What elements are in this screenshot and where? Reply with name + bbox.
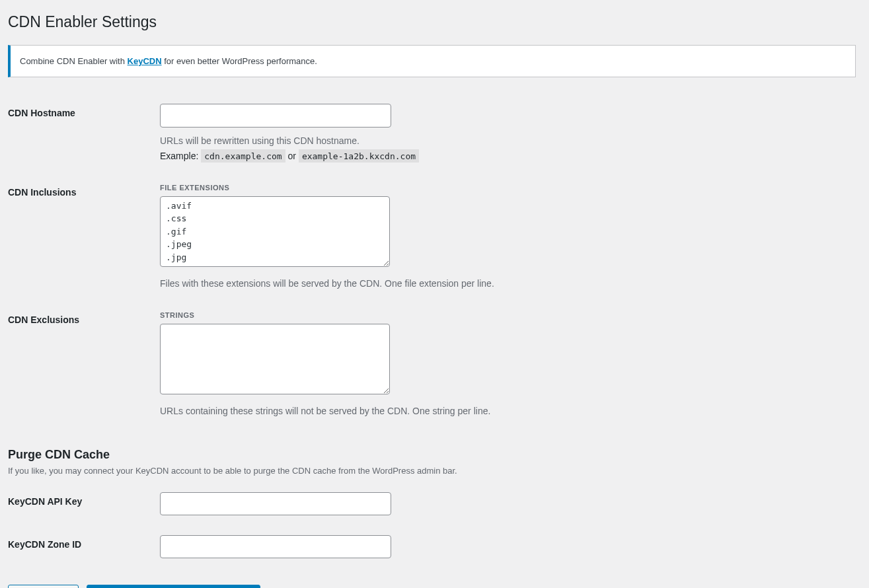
- inclusions-desc: Files with these extensions will be serv…: [160, 277, 849, 291]
- purge-description: If you like, you may connect your KeyCDN…: [8, 466, 856, 476]
- label-cdn-exclusions: CDN Exclusions: [8, 301, 153, 428]
- exclusions-desc: URLs containing these strings will not b…: [160, 404, 849, 418]
- page-title: CDN Enabler Settings: [8, 7, 856, 35]
- save-validate-button[interactable]: Save Changes and Validate Configuration: [87, 585, 260, 588]
- hostname-example-prefix: Example:: [160, 151, 201, 161]
- label-zone-id: KeyCDN Zone ID: [8, 525, 153, 568]
- purge-heading: Purge CDN Cache: [8, 448, 856, 462]
- hostname-example-code2: example-1a2b.kxcdn.com: [299, 149, 419, 163]
- keycdn-link[interactable]: KeyCDN: [128, 56, 162, 66]
- inclusions-subheading: FILE EXTENSIONS: [160, 183, 849, 192]
- label-cdn-hostname: CDN Hostname: [8, 94, 153, 172]
- row-cdn-inclusions: CDN Inclusions FILE EXTENSIONS .avif .cs…: [8, 173, 856, 301]
- row-cdn-exclusions: CDN Exclusions STRINGS URLs containing t…: [8, 301, 856, 428]
- hostname-example-code1: cdn.example.com: [201, 149, 285, 163]
- file-extensions-textarea[interactable]: .avif .css .gif .jpeg .jpg: [160, 196, 390, 268]
- exclusions-textarea[interactable]: [160, 324, 390, 395]
- row-zone-id: KeyCDN Zone ID: [8, 525, 856, 568]
- cdn-hostname-input[interactable]: [160, 104, 391, 127]
- row-cdn-hostname: CDN Hostname URLs will be rewritten usin…: [8, 94, 856, 172]
- settings-table-main: CDN Hostname URLs will be rewritten usin…: [8, 94, 856, 427]
- info-notice: Combine CDN Enabler with KeyCDN for even…: [8, 45, 856, 78]
- row-api-key: KeyCDN API Key: [8, 482, 856, 525]
- submit-row: Save Changes Save Changes and Validate C…: [8, 585, 856, 588]
- api-key-input[interactable]: [160, 492, 391, 515]
- save-button[interactable]: Save Changes: [8, 585, 79, 588]
- zone-id-input[interactable]: [160, 535, 391, 558]
- settings-table-purge: KeyCDN API Key KeyCDN Zone ID: [8, 482, 856, 568]
- notice-text-suffix: for even better WordPress performance.: [162, 56, 317, 66]
- hostname-desc-1: URLs will be rewritten using this CDN ho…: [160, 134, 849, 148]
- settings-wrap: CDN Enabler Settings Combine CDN Enabler…: [8, 7, 856, 588]
- notice-text-prefix: Combine CDN Enabler with: [20, 56, 128, 66]
- label-cdn-inclusions: CDN Inclusions: [8, 173, 153, 301]
- exclusions-subheading: STRINGS: [160, 311, 849, 320]
- label-api-key: KeyCDN API Key: [8, 482, 153, 525]
- hostname-example-or: or: [285, 151, 299, 161]
